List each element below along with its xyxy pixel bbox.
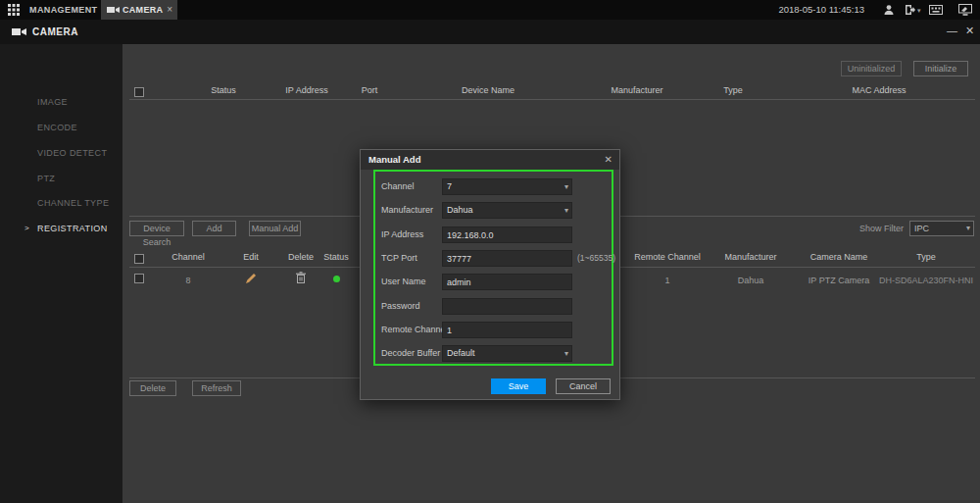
password-label: Password xyxy=(381,298,420,315)
channel-select[interactable]: 7 ▾ xyxy=(442,178,572,195)
column-header-manufacturer: Manufacturer xyxy=(578,85,696,99)
delete-trash-icon[interactable] xyxy=(296,272,306,285)
column-header-channel: Channel xyxy=(149,252,227,266)
decoder-buffer-select[interactable]: Default ▾ xyxy=(442,345,572,362)
sidebar-item-label: IMAGE xyxy=(37,97,68,107)
remote-channel-label: Remote Channel xyxy=(381,322,448,338)
sidebar-item-ptz[interactable]: PTZ xyxy=(0,169,122,188)
sidebar-item-label: CHANNEL TYPE xyxy=(37,198,109,208)
cancel-button[interactable]: Cancel xyxy=(556,378,611,394)
dialog-close-icon[interactable]: ✕ xyxy=(605,150,612,170)
app-launcher-icon[interactable] xyxy=(8,4,20,18)
close-icon[interactable]: ✕ xyxy=(965,20,974,42)
tcp-port-input[interactable] xyxy=(442,250,572,267)
chevron-down-icon[interactable]: ▾ xyxy=(917,7,921,15)
sidebar-item-label: VIDEO DETECT xyxy=(37,148,107,158)
tab-management[interactable]: MANAGEMENT xyxy=(29,0,98,20)
remote-channel-input[interactable] xyxy=(442,322,572,338)
manual-add-button[interactable]: Manual Add xyxy=(249,221,301,236)
field-row-ip-address: IP Address xyxy=(361,226,619,243)
chevron-down-icon: ▾ xyxy=(564,179,568,194)
user-name-label: User Name xyxy=(381,274,426,290)
column-header-type: Type xyxy=(872,252,980,266)
tab-camera[interactable]: CAMERA × xyxy=(101,0,177,20)
top-bar: MANAGEMENT CAMERA × 2018-05-10 11:45:13 … xyxy=(0,0,980,20)
sidebar-item-label: REGISTRATION xyxy=(37,224,108,233)
sidebar-item-encode[interactable]: ENCODE xyxy=(0,118,122,137)
uninitialized-filter-button[interactable]: Uninitialized xyxy=(841,61,902,76)
window-title-bar: CAMERA — ✕ xyxy=(0,20,980,44)
keyboard-icon[interactable] xyxy=(929,5,943,17)
column-header-type: Type xyxy=(684,85,782,99)
column-header-manufacturer: Manufacturer xyxy=(702,252,800,266)
sidebar-item-label: PTZ xyxy=(37,174,55,183)
tab-close-icon[interactable]: × xyxy=(167,0,172,20)
column-header-device-name: Device Name xyxy=(429,85,547,99)
field-row-user-name: User Name xyxy=(361,274,619,290)
user-icon[interactable] xyxy=(883,4,895,18)
field-row-channel: Channel 7 ▾ xyxy=(361,178,619,195)
minimize-icon[interactable]: — xyxy=(947,20,957,42)
monitor-settings-icon[interactable] xyxy=(958,4,972,18)
device-search-button[interactable]: Device Search xyxy=(129,221,184,236)
channel-select-value: 7 xyxy=(447,181,452,191)
dialog-title: Manual Add xyxy=(368,150,420,170)
row-checkbox[interactable] xyxy=(134,274,144,283)
screen: MANAGEMENT CAMERA × 2018-05-10 11:45:13 … xyxy=(0,0,980,503)
manufacturer-select-value: Dahua xyxy=(447,205,473,215)
tcp-port-label: TCP Port xyxy=(381,250,417,267)
show-filter-value: IPC xyxy=(914,224,929,233)
column-header-status: Status xyxy=(184,85,263,99)
edit-pencil-icon[interactable] xyxy=(246,273,257,285)
page-title: CAMERA xyxy=(32,20,78,44)
chevron-down-icon: ▾ xyxy=(564,203,568,218)
field-row-manufacturer: Manufacturer Dahua ▾ xyxy=(361,202,619,219)
tab-camera-label: CAMERA xyxy=(122,0,163,20)
tcp-port-range-hint: (1~65535) xyxy=(577,250,615,267)
show-filter-select[interactable]: IPC ▾ xyxy=(909,221,974,236)
camera-icon xyxy=(107,5,120,17)
column-header-status: Status xyxy=(307,252,366,266)
ip-address-input[interactable] xyxy=(442,226,572,243)
save-button[interactable]: Save xyxy=(491,378,546,394)
show-filter-label: Show Filter xyxy=(845,221,904,236)
field-row-password: Password xyxy=(361,298,619,315)
sidebar-item-registration[interactable]: >REGISTRATION xyxy=(0,219,122,238)
manufacturer-select[interactable]: Dahua ▾ xyxy=(442,202,572,219)
sidebar-item-image[interactable]: IMAGE xyxy=(0,92,122,112)
sidebar-item-channel-type[interactable]: CHANNEL TYPE xyxy=(0,193,122,213)
ip-address-label: IP Address xyxy=(381,226,423,243)
manufacturer-label: Manufacturer xyxy=(381,202,433,219)
divider xyxy=(129,99,975,100)
row-type: DH-SD6ALA230FN-HNI xyxy=(872,274,980,287)
select-all-checkbox[interactable] xyxy=(134,254,144,264)
sidebar-item-video-detect[interactable]: VIDEO DETECT xyxy=(0,143,122,163)
chevron-right-icon: > xyxy=(24,219,29,238)
user-name-input[interactable] xyxy=(442,274,572,290)
video-camera-icon xyxy=(12,26,26,39)
decoder-buffer-select-value: Default xyxy=(447,348,475,358)
channel-label: Channel xyxy=(381,178,415,195)
field-row-remote-channel: Remote Channel xyxy=(361,322,619,338)
row-channel: 8 xyxy=(149,274,227,287)
chevron-down-icon: ▾ xyxy=(966,222,970,235)
sidebar-item-label: ENCODE xyxy=(37,123,77,132)
field-row-tcp-port: TCP Port (1~65535) xyxy=(361,250,619,267)
logout-icon[interactable] xyxy=(904,4,915,18)
decoder-buffer-label: Decoder Buffer xyxy=(381,345,440,362)
manual-add-dialog: Manual Add ✕ Channel 7 ▾ Manufacturer Da… xyxy=(360,149,620,400)
delete-button[interactable]: Delete xyxy=(129,380,176,396)
row-manufacturer: Dahua xyxy=(702,274,800,287)
chevron-down-icon: ▾ xyxy=(564,346,568,361)
sidebar: IMAGE ENCODE VIDEO DETECT PTZ CHANNEL TY… xyxy=(0,44,122,503)
password-input[interactable] xyxy=(442,298,572,315)
status-online-dot xyxy=(333,276,340,282)
dialog-title-bar: Manual Add ✕ xyxy=(361,150,619,170)
refresh-button[interactable]: Refresh xyxy=(192,380,241,396)
initialize-button[interactable]: Initialize xyxy=(913,61,968,76)
select-all-checkbox[interactable] xyxy=(134,87,144,97)
column-header-port: Port xyxy=(330,85,409,99)
field-row-decoder-buffer: Decoder Buffer Default ▾ xyxy=(361,345,619,362)
column-header-mac-address: MAC Address xyxy=(820,85,938,99)
add-button[interactable]: Add xyxy=(192,221,236,236)
